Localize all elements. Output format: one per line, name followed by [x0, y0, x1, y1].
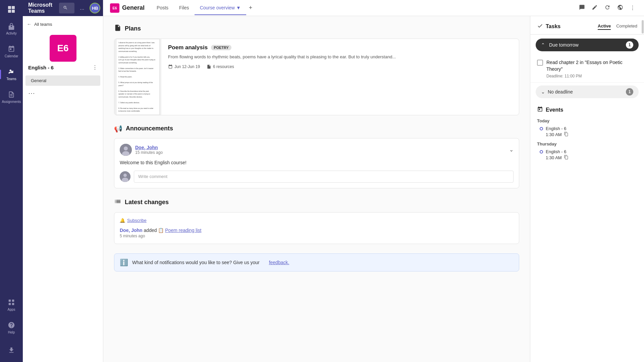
due-tomorrow-pill[interactable]: ⌃ Due tomorrow 1: [536, 39, 639, 51]
tab-course-overview[interactable]: Course overview ▼: [195, 1, 246, 15]
tab-right-actions: ⋮: [577, 2, 637, 14]
change-item: Doe, John added 📋 Poem reading list 5 mi…: [120, 228, 514, 238]
tab-posts-label: Posts: [157, 5, 168, 10]
changes-card: 🔔 Subscribe Doe, John added 📋 Poem readi…: [114, 212, 519, 244]
nav-item-activity[interactable]: Activity: [0, 17, 23, 40]
no-deadline-count: 1: [626, 88, 633, 96]
no-deadline-pill[interactable]: ⌄ No deadline 1: [536, 85, 639, 98]
team-name: English - 6: [28, 65, 54, 70]
plan-badge: POETRY: [211, 45, 231, 50]
notification-text: What kind of notifications would you lik…: [132, 260, 260, 265]
more-channels-btn[interactable]: ⋯: [23, 86, 103, 100]
events-icon: [537, 106, 543, 114]
svg-point-4: [10, 70, 12, 72]
tab-posts[interactable]: Posts: [151, 1, 174, 15]
copy-event-btn-today[interactable]: [564, 132, 569, 137]
svg-rect-2: [8, 10, 11, 13]
events-title-label: Events: [546, 107, 563, 113]
nav-item-downloads[interactable]: [0, 339, 23, 362]
author-name[interactable]: Doe, John: [135, 145, 163, 150]
expand-announcement-btn[interactable]: ⌄: [509, 146, 514, 153]
info-icon: ℹ️: [120, 258, 128, 266]
task-checkbox[interactable]: [537, 60, 543, 66]
channel-badge: E6: [110, 3, 119, 13]
back-to-all-teams[interactable]: ← All teams: [23, 16, 103, 29]
event-name-thursday: English - 6: [546, 149, 566, 154]
main-scroll: Plans I observe the poem is at a tong po…: [103, 16, 530, 362]
feedback-link[interactable]: feedback.: [269, 260, 289, 265]
plan-card[interactable]: I observe the poem is at a tong poem the…: [114, 39, 519, 115]
more-actions-icon[interactable]: ⋮: [628, 3, 637, 13]
chat-icon[interactable]: [577, 2, 587, 14]
more-icon: ⋯: [28, 89, 35, 97]
user-avatar-btn[interactable]: HB: [90, 3, 100, 13]
add-tab-icon: +: [249, 4, 253, 11]
commenter-avatar: [120, 171, 130, 182]
topbar: Microsoft Teams ... HB: [23, 0, 103, 16]
main-area: E6 General Posts Files Course overview ▼…: [103, 0, 644, 362]
channel-general[interactable]: General: [25, 75, 100, 86]
globe-icon[interactable]: [615, 2, 625, 14]
subscribe-label: Subscribe: [127, 218, 147, 223]
nav-item-assignments[interactable]: Assignments: [0, 86, 23, 109]
svg-rect-0: [8, 6, 11, 9]
plan-resources: 6 resources: [213, 64, 234, 69]
task-tab-active[interactable]: Active: [598, 23, 611, 30]
refresh-icon[interactable]: [602, 2, 612, 14]
change-author[interactable]: Doe, John: [120, 228, 143, 233]
team-avatar: E6: [50, 35, 76, 62]
team-menu-btn[interactable]: ⋮: [92, 64, 98, 71]
event-name-today: English - 6: [546, 126, 566, 131]
no-deadline-label: No deadline: [548, 89, 573, 95]
announcement-text: Welcome to this English course!: [120, 160, 514, 165]
copy-event-btn-thursday[interactable]: [564, 155, 569, 161]
apps-label: Apps: [8, 308, 15, 311]
right-panel: Tasks Active Completed ⌃ Due tomorrow 1: [530, 16, 644, 362]
activity-label: Activity: [6, 32, 17, 35]
change-item-label[interactable]: Poem reading list: [165, 228, 201, 233]
tasks-header: Tasks Active Completed: [530, 16, 644, 35]
sidebar: Microsoft Teams ... HB ← All teams E6 En…: [23, 0, 103, 362]
task-tab-completed[interactable]: Completed: [616, 23, 637, 30]
events-section: Events Today English - 6 1:30 AM: [530, 101, 644, 170]
plans-icon: [114, 24, 121, 33]
nav-item-apps[interactable]: Apps: [0, 294, 23, 316]
calendar-icon: [8, 45, 15, 54]
chevron-up-icon: ⌃: [541, 42, 545, 48]
thumbnail-text: I observe the poem is at a tong poem the…: [116, 39, 160, 115]
task-name: Read chapter 2 in "Essays on Poetic Theo…: [546, 59, 637, 72]
announcements-section: 📢 Announcements: [114, 125, 519, 188]
nav-item-help[interactable]: Help: [0, 316, 23, 339]
task-tab-active-label: Active: [598, 23, 611, 28]
plan-date-range: Jun 12-Jun 19: [174, 64, 200, 69]
subscribe-link[interactable]: 🔔 Subscribe: [120, 218, 514, 223]
more-options-btn[interactable]: ...: [78, 4, 86, 12]
svg-point-10: [124, 146, 128, 150]
change-action: added: [144, 228, 158, 233]
add-tab-btn[interactable]: +: [246, 2, 255, 14]
back-arrow-icon: ←: [27, 21, 32, 27]
event-group-thursday: Thursday: [537, 141, 637, 146]
search-box[interactable]: [59, 3, 74, 13]
announcements-title: Announcements: [126, 125, 173, 132]
left-navigation: Activity Calendar Teams Assignments: [0, 0, 23, 362]
app-logo: [5, 3, 18, 16]
tab-files[interactable]: Files: [174, 1, 195, 15]
task-deadline: Deadline: 11:00 PM: [546, 74, 637, 78]
plan-meta: Jun 12-Jun 19 6 resources: [168, 64, 512, 69]
apps-icon: [8, 299, 15, 307]
plan-title: Poem analysis: [168, 44, 208, 51]
plan-thumbnail: I observe the poem is at a tong poem the…: [114, 39, 161, 115]
scroll-track[interactable]: [641, 16, 644, 362]
announcement-card: Doe, John 15 minutes ago ⌄ Welcome to th…: [114, 138, 519, 188]
tasks-checkmark-icon: [537, 23, 543, 30]
event-time-thursday: 1:30 AM: [546, 155, 562, 160]
nav-item-teams[interactable]: Teams: [0, 63, 23, 86]
latest-changes-title: Latest changes: [125, 199, 169, 206]
tab-dropdown-icon: ▼: [236, 5, 241, 10]
nav-item-calendar[interactable]: Calendar: [0, 40, 23, 63]
event-time-today: 1:30 AM: [546, 132, 562, 137]
comment-input[interactable]: [134, 171, 514, 183]
author-avatar: [120, 144, 132, 156]
edit-icon[interactable]: [590, 2, 600, 14]
